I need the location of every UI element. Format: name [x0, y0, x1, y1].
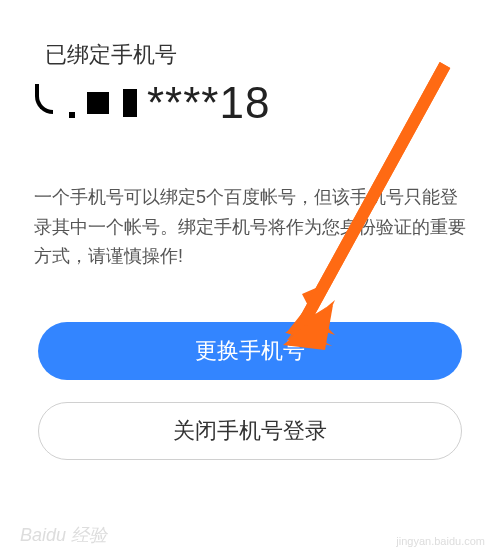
- disable-phone-login-button[interactable]: 关闭手机号登录: [38, 402, 462, 460]
- change-phone-button[interactable]: 更换手机号: [38, 322, 462, 380]
- bound-phone-number: ****18: [35, 78, 470, 128]
- watermark-url: jingyan.baidu.com: [396, 535, 485, 547]
- button-group: 更换手机号 关闭手机号登录: [30, 322, 470, 460]
- phone-masked-suffix: ****18: [147, 78, 270, 128]
- info-text: 一个手机号可以绑定5个百度帐号，但该手机号只能登录其中一个帐号。绑定手机号将作为…: [34, 183, 466, 272]
- bound-phone-label: 已绑定手机号: [45, 40, 470, 70]
- watermark-brand: Baidu 经验: [20, 523, 107, 547]
